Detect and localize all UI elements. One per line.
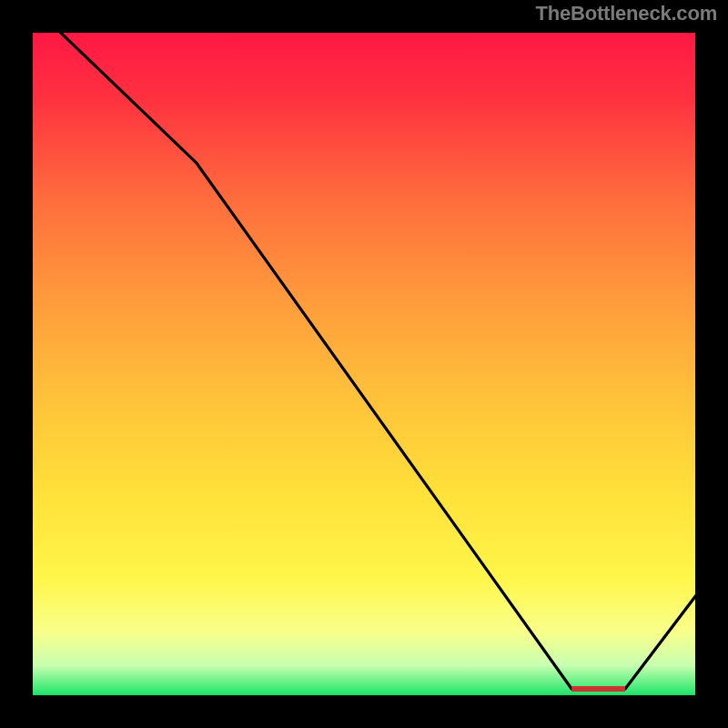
heat-gradient: [29, 29, 699, 699]
bottleneck-chart: [0, 0, 728, 728]
